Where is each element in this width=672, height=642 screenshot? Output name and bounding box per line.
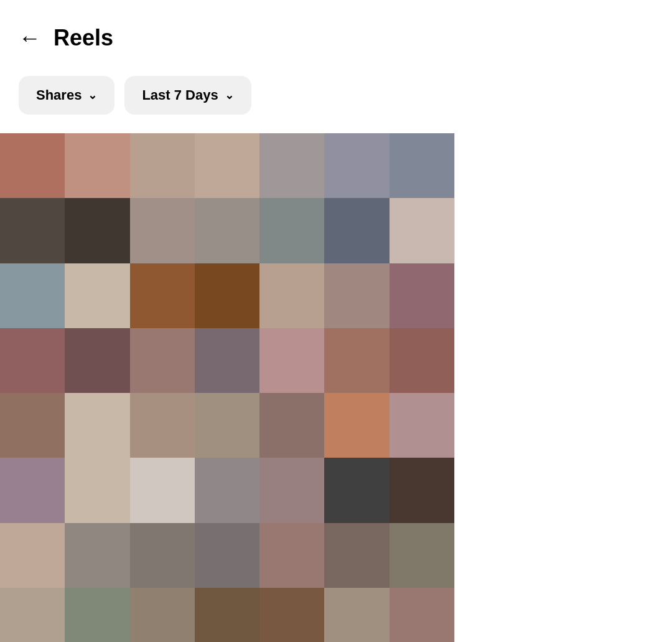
pixel-cell (130, 198, 195, 263)
pixel-cell (65, 198, 129, 263)
pixel-cell (259, 328, 324, 393)
pixel-cell (390, 198, 454, 263)
pixel-grid (0, 133, 454, 642)
pixel-cell (390, 133, 454, 198)
days-filter-button[interactable]: Last 7 Days ⌄ (124, 76, 251, 115)
pixel-cell (259, 523, 324, 588)
pixel-cell (130, 458, 195, 522)
pixel-cell (0, 198, 65, 263)
days-chevron-icon: ⌄ (225, 88, 234, 102)
pixel-cell (65, 393, 129, 458)
pixel-cell (130, 523, 195, 588)
pixel-cell (324, 198, 389, 263)
pixel-cell (195, 263, 259, 328)
pixel-cell (0, 588, 65, 642)
pixel-cell (130, 588, 195, 642)
pixel-cell (324, 328, 389, 393)
pixel-cell (0, 523, 65, 588)
pixel-cell (130, 393, 195, 458)
pixel-cell (0, 328, 65, 393)
pixel-cell (130, 263, 195, 328)
page-title: Reels (54, 25, 113, 51)
shares-filter-label: Shares (36, 87, 82, 103)
pixel-cell (65, 458, 129, 522)
pixel-cell (324, 588, 389, 642)
pixel-cell (0, 458, 65, 522)
right-panel (454, 133, 672, 642)
pixel-cell (259, 198, 324, 263)
filter-row: Shares ⌄ Last 7 Days ⌄ (0, 64, 672, 133)
pixel-cell (390, 523, 454, 588)
pixel-cell (195, 458, 259, 522)
pixel-cell (65, 588, 129, 642)
pixel-cell (65, 328, 129, 393)
pixel-cell (65, 523, 129, 588)
content-area (0, 133, 672, 642)
pixel-cell (195, 588, 259, 642)
pixel-cell (195, 523, 259, 588)
pixel-cell (259, 458, 324, 522)
pixel-cell (0, 133, 65, 198)
pixel-cell (324, 458, 389, 522)
pixel-cell (130, 328, 195, 393)
pixel-cell (324, 393, 389, 458)
pixel-cell (390, 588, 454, 642)
pixel-cell (390, 263, 454, 328)
pixel-cell (390, 328, 454, 393)
pixel-cell (195, 198, 259, 263)
pixel-cell (259, 263, 324, 328)
pixel-cell (195, 393, 259, 458)
pixel-cell (259, 393, 324, 458)
pixel-cell (324, 523, 389, 588)
pixel-cell (195, 133, 259, 198)
pixel-cell (324, 263, 389, 328)
pixel-cell (65, 263, 129, 328)
pixel-cell (390, 458, 454, 522)
days-filter-label: Last 7 Days (142, 87, 218, 103)
pixel-cell (259, 588, 324, 642)
back-button[interactable]: ← (19, 27, 41, 49)
pixel-cell (324, 133, 389, 198)
pixel-cell (0, 263, 65, 328)
pixel-cell (65, 133, 129, 198)
pixel-cell (390, 393, 454, 458)
header: ← Reels (0, 0, 672, 64)
pixel-cell (130, 133, 195, 198)
shares-filter-button[interactable]: Shares ⌄ (19, 76, 114, 115)
pixel-cell (0, 393, 65, 458)
pixel-cell (259, 133, 324, 198)
pixel-cell (195, 328, 259, 393)
shares-chevron-icon: ⌄ (88, 88, 97, 102)
back-arrow-icon: ← (19, 27, 41, 49)
